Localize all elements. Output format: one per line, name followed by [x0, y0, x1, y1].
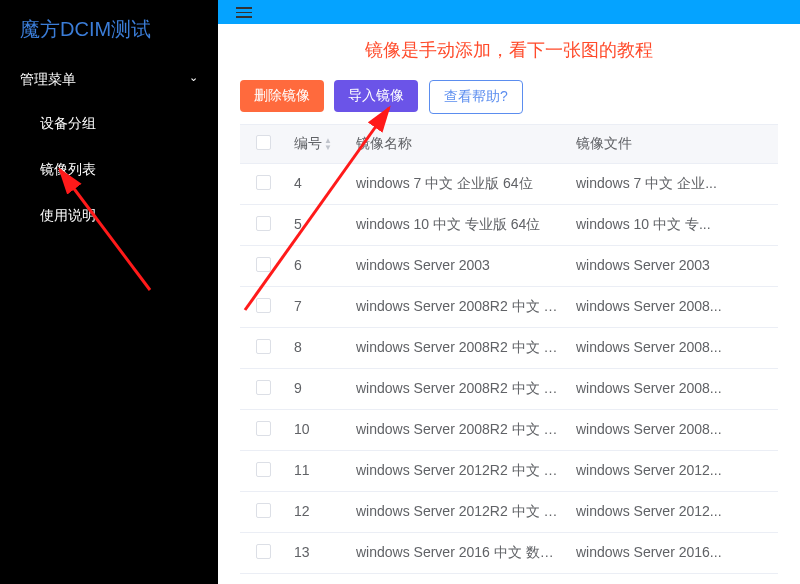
cell-name: windows Server 2008R2 中文 标...	[348, 328, 568, 368]
cell-file: windows Server 2016...	[568, 574, 778, 584]
cell-id: 10	[286, 410, 348, 450]
table-row[interactable]: 4windows 7 中文 企业版 64位windows 7 中文 企业...	[240, 164, 778, 205]
row-checkbox[interactable]	[240, 205, 286, 245]
cell-name: windows Server 2012R2 中文 数...	[348, 451, 568, 491]
table-row[interactable]: 14windows Server 2016 中文 标准...windows Se…	[240, 574, 778, 584]
cell-name: windows Server 2003	[348, 246, 568, 286]
row-checkbox[interactable]	[240, 328, 286, 368]
toolbar: 删除镜像 导入镜像 查看帮助?	[218, 72, 800, 124]
cell-file: windows Server 2012...	[568, 492, 778, 532]
cell-name: windows Server 2008R2 中文 企...	[348, 369, 568, 409]
row-checkbox[interactable]	[240, 287, 286, 327]
checkbox-icon	[256, 544, 271, 559]
row-checkbox[interactable]	[240, 246, 286, 286]
table-row[interactable]: 8windows Server 2008R2 中文 标...windows Se…	[240, 328, 778, 369]
cell-name: windows 10 中文 专业版 64位	[348, 205, 568, 245]
sidebar-item-device-group[interactable]: 设备分组	[0, 101, 218, 147]
menu-icon[interactable]	[236, 4, 252, 21]
cell-file: windows Server 2003	[568, 246, 778, 286]
checkbox-icon	[256, 135, 271, 150]
cell-file: windows Server 2008...	[568, 369, 778, 409]
cell-id: 11	[286, 451, 348, 491]
checkbox-icon	[256, 175, 271, 190]
table-row[interactable]: 13windows Server 2016 中文 数据...windows Se…	[240, 533, 778, 574]
cell-id: 6	[286, 246, 348, 286]
cell-file: windows Server 2008...	[568, 410, 778, 450]
row-checkbox[interactable]	[240, 164, 286, 204]
table-row[interactable]: 11windows Server 2012R2 中文 数...windows S…	[240, 451, 778, 492]
sidebar-menu-header[interactable]: 管理菜单 ⌄	[0, 59, 218, 101]
cell-name: windows 7 中文 企业版 64位	[348, 164, 568, 204]
help-button[interactable]: 查看帮助?	[429, 80, 523, 114]
cell-file: windows Server 2008...	[568, 328, 778, 368]
table-row[interactable]: 5windows 10 中文 专业版 64位windows 10 中文 专...	[240, 205, 778, 246]
checkbox-icon	[256, 421, 271, 436]
image-table: 编号▲▼ 镜像名称 镜像文件 4windows 7 中文 企业版 64位wind…	[218, 124, 800, 584]
checkbox-icon	[256, 257, 271, 272]
cell-file: windows Server 2016...	[568, 533, 778, 573]
cell-id: 5	[286, 205, 348, 245]
checkbox-icon	[256, 298, 271, 313]
cell-id: 12	[286, 492, 348, 532]
cell-file: windows Server 2012...	[568, 451, 778, 491]
table-row[interactable]: 10windows Server 2008R2 中文 we...windows …	[240, 410, 778, 451]
cell-id: 4	[286, 164, 348, 204]
cell-name: windows Server 2016 中文 数据...	[348, 533, 568, 573]
cell-file: windows Server 2008...	[568, 287, 778, 327]
banner-text: 镜像是手动添加，看下一张图的教程	[218, 24, 800, 72]
row-checkbox[interactable]	[240, 369, 286, 409]
table-row[interactable]: 12windows Server 2012R2 中文 标...windows S…	[240, 492, 778, 533]
header-id[interactable]: 编号▲▼	[286, 125, 348, 163]
checkbox-icon	[256, 503, 271, 518]
cell-name: windows Server 2008R2 中文 we...	[348, 410, 568, 450]
sidebar-menu-label: 管理菜单	[20, 71, 76, 87]
checkbox-icon	[256, 339, 271, 354]
cell-file: windows 7 中文 企业...	[568, 164, 778, 204]
cell-id: 9	[286, 369, 348, 409]
checkbox-icon	[256, 380, 271, 395]
table-header-row: 编号▲▼ 镜像名称 镜像文件	[240, 124, 778, 164]
sidebar: 魔方DCIM测试 管理菜单 ⌄ 设备分组 镜像列表 使用说明	[0, 0, 218, 584]
cell-id: 13	[286, 533, 348, 573]
cell-id: 8	[286, 328, 348, 368]
cell-id: 14	[286, 574, 348, 584]
cell-name: windows Server 2012R2 中文 标...	[348, 492, 568, 532]
table-row[interactable]: 9windows Server 2008R2 中文 企...windows Se…	[240, 369, 778, 410]
row-checkbox[interactable]	[240, 451, 286, 491]
cell-file: windows 10 中文 专...	[568, 205, 778, 245]
topbar	[218, 0, 800, 24]
app-title: 魔方DCIM测试	[0, 0, 218, 59]
header-select-all[interactable]	[240, 125, 286, 163]
table-row[interactable]: 6windows Server 2003windows Server 2003	[240, 246, 778, 287]
table-row[interactable]: 7windows Server 2008R2 中文 数...windows Se…	[240, 287, 778, 328]
header-name[interactable]: 镜像名称	[348, 125, 568, 163]
delete-image-button[interactable]: 删除镜像	[240, 80, 324, 112]
header-file[interactable]: 镜像文件	[568, 125, 778, 163]
row-checkbox[interactable]	[240, 574, 286, 584]
cell-name: windows Server 2016 中文 标准...	[348, 574, 568, 584]
main-area: 镜像是手动添加，看下一张图的教程 删除镜像 导入镜像 查看帮助? 编号▲▼ 镜像…	[218, 0, 800, 584]
cell-id: 7	[286, 287, 348, 327]
sidebar-item-image-list[interactable]: 镜像列表	[0, 147, 218, 193]
row-checkbox[interactable]	[240, 533, 286, 573]
sidebar-item-instructions[interactable]: 使用说明	[0, 193, 218, 239]
chevron-down-icon: ⌄	[189, 71, 198, 84]
cell-name: windows Server 2008R2 中文 数...	[348, 287, 568, 327]
sort-icon: ▲▼	[324, 137, 332, 151]
checkbox-icon	[256, 216, 271, 231]
row-checkbox[interactable]	[240, 410, 286, 450]
checkbox-icon	[256, 462, 271, 477]
import-image-button[interactable]: 导入镜像	[334, 80, 418, 112]
row-checkbox[interactable]	[240, 492, 286, 532]
